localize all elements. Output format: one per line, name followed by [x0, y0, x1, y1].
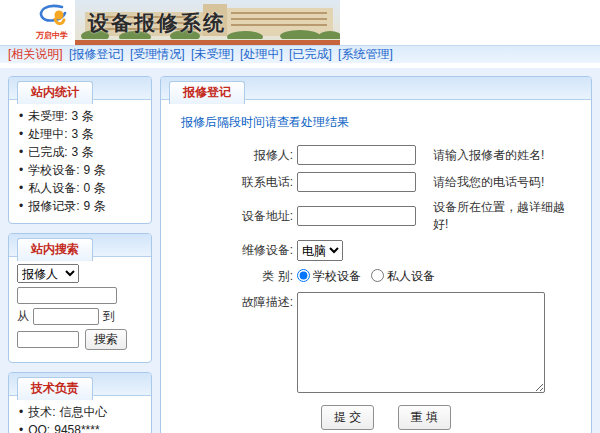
location-input[interactable]	[297, 206, 416, 226]
category-radio-private[interactable]	[371, 269, 384, 282]
repair-form-panel: 报修登记 报修后隔段时间请查看处理结果 报修人: 请输入报修者的姓名! 联系电话…	[160, 76, 592, 433]
location-row: 设备地址: 设备所在位置，越详细越好!	[181, 199, 577, 233]
phone-row: 联系电话: 请给我您的电话号码!	[181, 172, 577, 192]
description-label: 故障描述:	[181, 292, 293, 311]
search-to-input[interactable]	[17, 331, 79, 348]
page-title: 设备报修系统	[88, 9, 226, 37]
description-row: 故障描述:	[181, 292, 577, 393]
search-panel: 站内搜索 报修人 从 到 搜索	[8, 233, 152, 363]
category-option-private[interactable]: 私人设备	[371, 268, 435, 285]
location-label: 设备地址:	[181, 208, 293, 225]
category-radio-school[interactable]	[297, 269, 310, 282]
stat-item-unaccepted: 未受理:3 条	[17, 107, 145, 125]
tech-panel-title: 技术负责	[17, 377, 93, 400]
repair-form-tab: 报修登记	[169, 81, 245, 104]
nav-item-in-progress[interactable]: [处理中]	[240, 47, 283, 61]
search-from-input[interactable]	[33, 308, 99, 325]
category-row: 类 别: 学校设备 私人设备	[181, 268, 577, 285]
category-label: 类 别:	[181, 268, 293, 285]
reporter-input[interactable]	[297, 145, 416, 165]
device-row: 维修设备: 电脑	[181, 240, 577, 261]
repair-notice: 报修后隔段时间请查看处理结果	[181, 114, 577, 131]
main-nav: [相关说明] [报修登记] [受理情况] [未受理] [处理中] [已完成] […	[0, 45, 600, 63]
nav-item-acceptance-status[interactable]: [受理情况]	[130, 47, 185, 61]
tech-item-department: 技术:信息中心	[17, 403, 145, 421]
form-buttons: 提 交 重 填	[321, 405, 577, 430]
category-option-school[interactable]: 学校设备	[297, 268, 361, 285]
tech-panel: 技术负责 技术:信息中心 QQ:9458**** 手机:132****8341 …	[8, 372, 152, 433]
search-field-select[interactable]: 报修人	[17, 264, 79, 283]
stat-item-school-equipment: 学校设备:9 条	[17, 161, 145, 179]
stat-item-in-progress: 处理中:3 条	[17, 125, 145, 143]
nav-item-repair-register[interactable]: [报修登记]	[69, 47, 124, 61]
phone-input[interactable]	[297, 172, 416, 192]
description-textarea[interactable]	[297, 292, 545, 393]
search-panel-header: 站内搜索	[9, 234, 151, 257]
nav-item-completed[interactable]: [已完成]	[289, 47, 332, 61]
repair-form-header: 报修登记	[161, 77, 591, 100]
stats-list: 未受理:3 条 处理中:3 条 已完成:3 条 学校设备:9 条 私人设备:0 …	[17, 107, 145, 215]
search-keyword-input[interactable]	[17, 287, 117, 304]
content-area: 站内统计 未受理:3 条 处理中:3 条 已完成:3 条 学校设备:9 条 私人…	[0, 68, 600, 433]
nav-item-instructions[interactable]: [相关说明]	[8, 47, 63, 61]
submit-button[interactable]: 提 交	[321, 405, 374, 430]
device-label: 维修设备:	[181, 242, 293, 259]
reporter-hint: 请输入报修者的姓名!	[433, 147, 544, 164]
stats-panel: 站内统计 未受理:3 条 处理中:3 条 已完成:3 条 学校设备:9 条 私人…	[8, 76, 152, 224]
reporter-label: 报修人:	[181, 147, 293, 164]
stat-item-private-equipment: 私人设备:0 条	[17, 179, 145, 197]
nav-item-unaccepted[interactable]: [未受理]	[191, 47, 234, 61]
header: 万启中学 设备报修系统	[0, 0, 600, 45]
tech-list: 技术:信息中心 QQ:9458**** 手机:132****8341 请短信留言…	[17, 403, 145, 433]
sidebar: 站内统计 未受理:3 条 处理中:3 条 已完成:3 条 学校设备:9 条 私人…	[8, 76, 152, 433]
phone-label: 联系电话:	[181, 174, 293, 191]
tech-item-qq: QQ:9458****	[17, 421, 145, 433]
search-panel-title: 站内搜索	[17, 238, 93, 261]
phone-hint: 请给我您的电话号码!	[433, 174, 544, 191]
search-from-label: 从	[17, 308, 29, 325]
search-button[interactable]: 搜索	[85, 329, 127, 350]
nav-item-system-admin[interactable]: [系统管理]	[338, 47, 393, 61]
stat-item-completed: 已完成:3 条	[17, 143, 145, 161]
site-logo: 万启中学	[26, 3, 78, 41]
stats-panel-title: 站内统计	[17, 81, 93, 104]
stat-item-repair-records: 报修记录:9 条	[17, 197, 145, 215]
reporter-row: 报修人: 请输入报修者的姓名!	[181, 145, 577, 165]
location-hint: 设备所在位置，越详细越好!	[433, 199, 577, 233]
search-to-label: 到	[103, 308, 115, 325]
device-select[interactable]: 电脑	[297, 240, 343, 261]
tech-panel-header: 技术负责	[9, 373, 151, 396]
stats-panel-header: 站内统计	[9, 77, 151, 100]
reset-button[interactable]: 重 填	[398, 405, 451, 430]
